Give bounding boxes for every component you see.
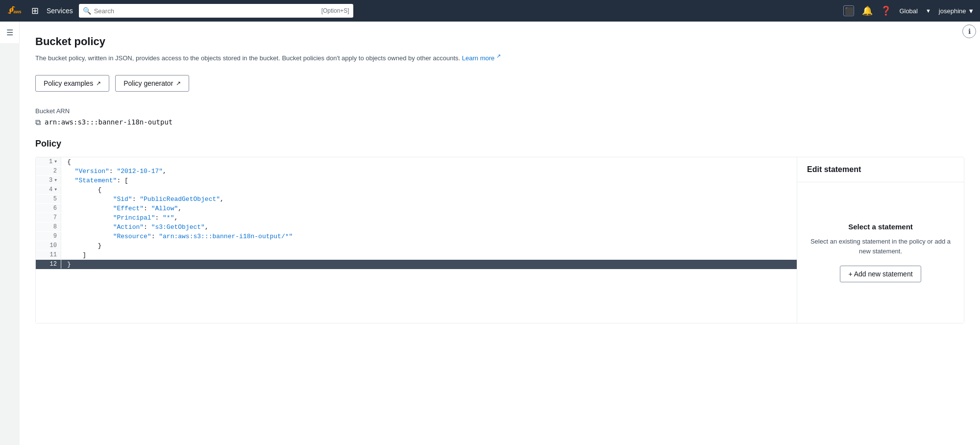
- action-buttons: Policy examples ↗ Policy generator ↗: [35, 75, 964, 92]
- collapse-arrow[interactable]: ▼: [54, 178, 57, 182]
- bell-icon[interactable]: 🔔: [862, 5, 873, 16]
- search-shortcut: [Option+S]: [321, 7, 349, 14]
- code-line: 8 "Action": "s3:GetObject",: [36, 222, 797, 232]
- line-content: "Statement": [: [61, 176, 134, 185]
- line-number: 9: [36, 232, 61, 241]
- policy-generator-button[interactable]: Policy generator ↗: [115, 75, 189, 92]
- code-editor[interactable]: 1 ▼ { 2 "Version": "2012-10-17", 3 ▼ "St…: [36, 157, 797, 323]
- copy-icon[interactable]: ⧉: [35, 118, 41, 127]
- search-input[interactable]: [94, 7, 318, 15]
- edit-statement-panel: Edit statement Select a statement Select…: [797, 157, 964, 323]
- line-number: 4 ▼: [36, 185, 61, 194]
- search-icon: 🔍: [83, 7, 91, 15]
- help-icon[interactable]: ❓: [881, 5, 891, 16]
- line-number: 5: [36, 195, 61, 203]
- line-content: "Effect": "Allow",: [61, 204, 188, 213]
- line-number: 3 ▼: [36, 176, 61, 185]
- region-arrow: ▼: [926, 8, 931, 14]
- nav-right: ⬛ 🔔 ❓ Global ▼ josephine ▼: [843, 5, 974, 16]
- line-number: 1 ▼: [36, 157, 61, 166]
- select-statement-desc: Select an existing statement in the poli…: [807, 237, 954, 256]
- edit-panel-body: Select a statement Select an existing st…: [797, 182, 964, 323]
- line-number: 2: [36, 167, 61, 175]
- line-content: {: [61, 185, 107, 195]
- code-line: 4 ▼ {: [36, 185, 797, 195]
- region-selector[interactable]: Global: [899, 7, 918, 15]
- page-title: Bucket policy: [35, 35, 964, 48]
- info-icon[interactable]: ℹ: [962, 25, 976, 38]
- edit-panel-header: Edit statement: [797, 157, 964, 182]
- line-number: 11: [36, 250, 61, 259]
- external-link-icon-2: ↗: [176, 80, 181, 87]
- line-content: "Sid": "PublicReadGetObject",: [61, 195, 230, 204]
- collapse-arrow[interactable]: ▼: [54, 159, 57, 164]
- line-number: 10: [36, 241, 61, 250]
- line-content: "Principal": "*",: [61, 213, 184, 222]
- code-line: 2 "Version": "2012-10-17",: [36, 167, 797, 176]
- code-line: 9 "Resource": "arn:aws:s3:::banner-i18n-…: [36, 232, 797, 241]
- code-line: 1 ▼ {: [36, 157, 797, 167]
- services-link[interactable]: Services: [47, 7, 73, 15]
- collapse-arrow[interactable]: ▼: [54, 187, 57, 192]
- search-bar[interactable]: 🔍 [Option+S]: [79, 4, 353, 18]
- bucket-arn-value: ⧉ arn:aws:s3:::banner-i18n-output: [35, 118, 964, 127]
- line-content: "Resource": "arn:aws:s3:::banner-i18n-ou…: [61, 232, 298, 241]
- add-new-statement-button[interactable]: + Add new statement: [840, 266, 921, 282]
- code-line: 6 "Effect": "Allow",: [36, 204, 797, 213]
- svg-text:aws: aws: [14, 9, 22, 14]
- line-content: {: [61, 157, 77, 167]
- line-number: 7: [36, 213, 61, 222]
- line-content: }: [61, 260, 77, 269]
- policy-heading: Policy: [35, 139, 964, 149]
- line-number: 6: [36, 204, 61, 213]
- code-line: 11 ]: [36, 250, 797, 260]
- code-line: 7 "Principal": "*",: [36, 213, 797, 222]
- policy-examples-button[interactable]: Policy examples ↗: [35, 75, 109, 92]
- line-content: "Version": "2012-10-17",: [61, 167, 172, 176]
- terminal-icon[interactable]: ⬛: [843, 5, 854, 16]
- code-line-highlighted: 12 }: [36, 260, 797, 269]
- external-link-icon: ↗: [96, 80, 101, 87]
- policy-editor-container: 1 ▼ { 2 "Version": "2012-10-17", 3 ▼ "St…: [35, 157, 964, 323]
- learn-more-link[interactable]: Learn more ↗: [462, 54, 501, 62]
- user-menu[interactable]: josephine ▼: [939, 7, 974, 15]
- select-statement-title: Select a statement: [848, 222, 913, 231]
- line-number: 12: [36, 260, 61, 269]
- line-content: ]: [61, 250, 92, 260]
- grid-icon[interactable]: ⊞: [29, 3, 41, 18]
- top-navigation: aws ⊞ Services 🔍 [Option+S] ⬛ 🔔 ❓ Global…: [0, 0, 980, 22]
- code-line: 5 "Sid": "PublicReadGetObject",: [36, 195, 797, 204]
- line-content: }: [61, 241, 107, 250]
- code-line: 3 ▼ "Statement": [: [36, 176, 797, 185]
- bucket-arn-label: Bucket ARN: [35, 107, 964, 115]
- page-description: The bucket policy, written in JSON, prov…: [35, 52, 964, 63]
- sidebar-toggle[interactable]: ☰: [0, 22, 20, 43]
- code-line: 10 }: [36, 241, 797, 250]
- main-content: Bucket policy The bucket policy, written…: [20, 22, 980, 445]
- aws-logo[interactable]: aws: [6, 2, 24, 20]
- arn-text: arn:aws:s3:::banner-i18n-output: [45, 118, 172, 126]
- line-content: "Action": "s3:GetObject",: [61, 222, 215, 232]
- line-number: 8: [36, 222, 61, 231]
